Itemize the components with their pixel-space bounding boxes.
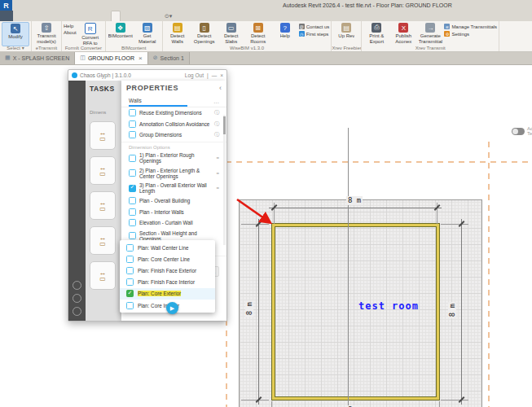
revit-logo[interactable]: R bbox=[0, 0, 12, 11]
checkbox[interactable] bbox=[126, 244, 134, 252]
checkbox[interactable] bbox=[129, 208, 136, 216]
reference-option[interactable]: Plan: Finish Face Interior bbox=[120, 277, 215, 288]
checkbox[interactable] bbox=[129, 219, 136, 226]
dimension-task-card[interactable]: ↔ ▭ bbox=[90, 156, 116, 185]
ribbon-tab[interactable] bbox=[21, 11, 29, 21]
minimize-icon[interactable]: — bbox=[212, 72, 218, 78]
dimension-line-left[interactable] bbox=[258, 219, 259, 405]
toggle-switch[interactable] bbox=[512, 128, 525, 135]
option-row[interactable]: Group Dimensions ⓘ bbox=[121, 129, 226, 140]
checkbox[interactable] bbox=[126, 302, 134, 309]
reference-option[interactable]: Plan: Core Exterior bbox=[120, 288, 215, 300]
reference-option[interactable]: Plan: Core Center Line bbox=[120, 253, 215, 265]
reference-option[interactable]: Plan: Finish Face Exterior bbox=[120, 265, 215, 276]
tab-overflow-icon[interactable]: ⋯ bbox=[213, 100, 219, 107]
panel-title-bar[interactable]: Chaos Glyph | 3.1.0.0 Log Out | — × bbox=[68, 70, 226, 81]
wisebim-help-button[interactable]: ?Help bbox=[272, 22, 298, 45]
convert-rfa-to-formit-button[interactable]: RConvert RFA to FormIt bbox=[77, 22, 103, 46]
reorder-icon[interactable]: = bbox=[216, 171, 219, 176]
view-tab[interactable]: ◫ GROUND FLOOR × bbox=[75, 51, 147, 64]
settings-button[interactable]: ⚙Settings bbox=[444, 31, 497, 37]
ribbon-tab[interactable] bbox=[129, 11, 137, 21]
bimcontent-button[interactable]: ❖BIMcontent bbox=[108, 22, 134, 45]
dimension-value-left[interactable]: 8 m bbox=[245, 300, 253, 317]
ribbon-tab[interactable] bbox=[137, 11, 145, 21]
generate-transmittal-button[interactable]: →Generate Transmittal bbox=[417, 22, 443, 45]
dimension-task-card[interactable]: ↔ ▭ bbox=[90, 261, 116, 290]
checkbox[interactable] bbox=[129, 109, 136, 116]
dimension-value-top[interactable]: 8 m bbox=[346, 196, 363, 205]
up-rev-button[interactable]: ▤Up Rev bbox=[333, 22, 359, 45]
reorder-icon[interactable]: = bbox=[216, 186, 219, 190]
ribbon-tab[interactable] bbox=[121, 11, 129, 21]
checkbox[interactable] bbox=[126, 278, 134, 286]
ribbon-tab[interactable] bbox=[0, 11, 13, 21]
checkbox[interactable] bbox=[126, 256, 134, 263]
manage-transmittals-button[interactable]: ≋Manage Transmittals bbox=[444, 24, 497, 29]
checkbox[interactable] bbox=[129, 120, 136, 128]
ribbon-tab[interactable] bbox=[62, 11, 70, 21]
contact-us-button[interactable]: @Contact us bbox=[299, 24, 330, 29]
reference-option[interactable]: Plan: Wall Center Line bbox=[120, 242, 215, 253]
ribbon-tab[interactable] bbox=[46, 11, 54, 21]
logout-link[interactable]: Log Out bbox=[185, 72, 204, 78]
dimension-task-card[interactable]: ↔ ▭ bbox=[90, 121, 116, 150]
detect-walls-button[interactable]: ▤Detect Walls bbox=[165, 22, 191, 45]
info-icon[interactable]: ⓘ bbox=[214, 131, 219, 138]
dimension-value-right[interactable]: 8 m bbox=[448, 302, 456, 318]
info-icon[interactable]: ⓘ bbox=[214, 109, 219, 116]
scrollbar[interactable] bbox=[223, 115, 226, 245]
collapse-chevron-icon[interactable]: ‹ bbox=[219, 84, 222, 92]
checkbox[interactable] bbox=[126, 290, 134, 297]
ribbon-tab[interactable] bbox=[29, 11, 37, 21]
checkbox[interactable] bbox=[129, 155, 136, 162]
dimension-option-row[interactable]: Plan - Overall Building bbox=[121, 195, 226, 206]
close-view-icon[interactable]: × bbox=[138, 55, 143, 62]
info-icon[interactable] bbox=[73, 294, 81, 303]
checkbox[interactable] bbox=[126, 267, 134, 274]
settings-icon[interactable] bbox=[73, 307, 81, 316]
close-icon[interactable]: × bbox=[220, 72, 223, 78]
ribbon-tab[interactable] bbox=[153, 11, 161, 21]
dimension-line-right[interactable] bbox=[461, 219, 462, 405]
dimension-option-row[interactable]: 3) Plan - Overall Exterior Wall Length = bbox=[121, 181, 226, 195]
ribbon-tab[interactable] bbox=[103, 11, 111, 21]
get-material-images-button[interactable]: ▧Get Material Images bbox=[134, 22, 160, 45]
transmit-models-button[interactable]: ⇧Transmit model(s) bbox=[33, 22, 59, 45]
ribbon-tab[interactable] bbox=[70, 11, 78, 21]
ribbon-display-options-icon[interactable]: ⊙▾ bbox=[161, 11, 175, 21]
option-row[interactable]: Reuse Existing Dimensions ⓘ bbox=[121, 107, 226, 118]
dimension-option-row[interactable]: Elevation - Curtain Wall bbox=[121, 217, 226, 228]
walls-tab[interactable]: Walls bbox=[129, 97, 187, 107]
checkbox[interactable] bbox=[129, 169, 136, 177]
run-button[interactable]: ▶ bbox=[166, 302, 178, 314]
detect-rooms-button[interactable]: ⊞Detect Rooms bbox=[245, 22, 271, 45]
first-steps-button[interactable]: ◷First steps bbox=[299, 31, 330, 37]
reorder-icon[interactable]: = bbox=[216, 155, 219, 160]
help-icon[interactable] bbox=[73, 281, 81, 290]
checkbox[interactable] bbox=[129, 197, 136, 204]
checkbox[interactable] bbox=[129, 232, 136, 239]
info-icon[interactable]: ⓘ bbox=[214, 120, 219, 128]
dimension-option-row[interactable]: 2) Plan - Exterior Length & Center Openi… bbox=[121, 166, 226, 181]
ribbon-tab[interactable] bbox=[78, 11, 86, 21]
modify-button[interactable]: ↖Modify bbox=[2, 22, 29, 46]
room-label[interactable]: test room bbox=[358, 300, 419, 312]
publish-aconex-button[interactable]: XPublish Aconex bbox=[390, 22, 416, 45]
ribbon-tab[interactable] bbox=[13, 11, 21, 21]
dimension-line-top[interactable] bbox=[269, 208, 442, 208]
checkbox[interactable] bbox=[129, 131, 136, 138]
ribbon-tab[interactable] bbox=[111, 11, 121, 21]
print-export-button[interactable]: ⎙Print & Export bbox=[363, 22, 389, 45]
formit-help-button[interactable]: Help bbox=[64, 24, 77, 28]
ribbon-tab[interactable] bbox=[86, 11, 95, 21]
dimension-task-card[interactable]: ↔ ▭ bbox=[90, 191, 116, 220]
ribbon-tab[interactable] bbox=[145, 11, 153, 21]
room-walls[interactable] bbox=[271, 223, 440, 400]
ribbon-tab[interactable] bbox=[37, 11, 46, 21]
section-line[interactable] bbox=[348, 128, 349, 407]
view-tab[interactable]: ⊘ Section 1 bbox=[148, 51, 190, 64]
dimension-task-card[interactable]: ↔ ▭ bbox=[90, 226, 116, 255]
detect-slabs-button[interactable]: ▭Detect Slabs bbox=[218, 22, 244, 45]
dimension-option-row[interactable]: Plan - Interior Walls bbox=[121, 207, 226, 217]
